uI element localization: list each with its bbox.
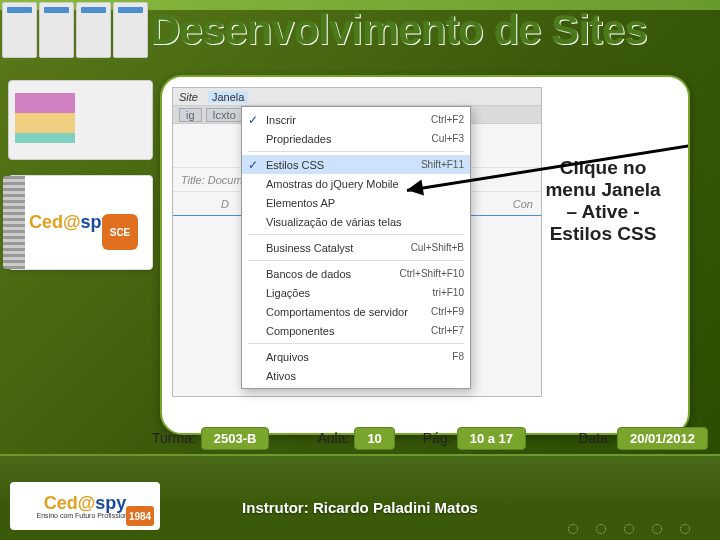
header-thumbnails <box>0 0 150 60</box>
mock-screenshot-a <box>8 80 153 160</box>
tab[interactable]: Icxto <box>206 108 243 122</box>
data-value: 20/01/2012 <box>617 427 708 450</box>
menu-item[interactable]: PropriedadesCul+F3 <box>242 129 470 148</box>
menu-item[interactable]: Comportamentos de servidorCtrl+F9 <box>242 302 470 321</box>
instruction-callout: Clique no menu Janela – Ative - Estilos … <box>538 157 668 244</box>
metadata-row: Turma: 2503-B Aula: 10 Pág: 10 a 17 Data… <box>0 422 720 454</box>
menu-item[interactable]: Ligaçõestri+F10 <box>242 283 470 302</box>
menu-item[interactable]: Ativos <box>242 366 470 385</box>
menu-item-label: Ativos <box>266 370 296 382</box>
menu-item[interactable]: ComponentesCtrl+F7 <box>242 321 470 340</box>
menu-item-shortcut: Cul+Shift+B <box>411 242 464 253</box>
page-title: Desenvolvimento de Sites <box>150 6 710 54</box>
menu-item[interactable]: Visualização de várias telas <box>242 212 470 231</box>
menu-item-label: Visualização de várias telas <box>266 216 402 228</box>
instructor-line: Instrutor: Ricardo Paladini Matos <box>0 499 720 516</box>
menu-item-label: Ligações <box>266 287 310 299</box>
mock-notebook-logo: Ced@spy SCE <box>8 175 153 270</box>
menu-item-label: Componentes <box>266 325 335 337</box>
brand-logo: Ced@spy <box>29 212 112 233</box>
menu-janela[interactable]: Janela <box>208 91 248 103</box>
aula-value: 10 <box>354 427 394 450</box>
pag-label: Pág: <box>423 430 452 446</box>
thumb <box>76 2 111 58</box>
menu-item[interactable]: Business CatalystCul+Shift+B <box>242 238 470 257</box>
menu-item-label: Arquivos <box>266 351 309 363</box>
pag-value: 10 a 17 <box>457 427 526 450</box>
sidebar-images: Ced@spy SCE <box>8 80 153 270</box>
content-card: Site Janela ig Icxto Favor Title: Docume… <box>160 75 690 435</box>
menu-item-shortcut: tri+F10 <box>433 287 464 298</box>
menu-item-label: Amostras do jQuery Mobile <box>266 178 399 190</box>
menu-item-label: Comportamentos de servidor <box>266 306 408 318</box>
menu-item[interactable]: Elementos AP <box>242 193 470 212</box>
thumb <box>113 2 148 58</box>
thumb <box>2 2 37 58</box>
menu-item-shortcut: Ctrl+F9 <box>431 306 464 317</box>
app-menubar: Site Janela <box>173 88 541 106</box>
janela-dropdown-menu[interactable]: ✓InscrirCtrl+F2PropriedadesCul+F3✓Estilo… <box>241 106 471 389</box>
menu-item[interactable]: ArquivosF8 <box>242 347 470 366</box>
menu-item-label: Business Catalyst <box>266 242 353 254</box>
menu-item-shortcut: F8 <box>452 351 464 362</box>
menu-item-shortcut: Cul+F3 <box>431 133 464 144</box>
menu-item-label: Bancos de dados <box>266 268 351 280</box>
turma-value: 2503-B <box>201 427 270 450</box>
data-label: Data: <box>578 430 611 446</box>
sce-badge: SCE <box>102 214 138 250</box>
menu-item-shortcut: Shift+F11 <box>421 159 464 170</box>
menu-item-label: Propriedades <box>266 133 331 145</box>
menu-item-label: Inscrir <box>266 114 296 126</box>
aula-label: Aula: <box>317 430 349 446</box>
menu-item-shortcut: Ctrl+F2 <box>431 114 464 125</box>
menu-site[interactable]: Site <box>179 91 198 103</box>
footer-dots <box>568 524 690 534</box>
menu-item-shortcut: Ctrl+Shift+F10 <box>400 268 464 279</box>
footer: Turma: 2503-B Aula: 10 Pág: 10 a 17 Data… <box>0 454 720 540</box>
menu-item-label: Elementos AP <box>266 197 335 209</box>
check-icon: ✓ <box>248 158 258 172</box>
turma-label: Turma: <box>152 430 196 446</box>
menu-item-label: Estilos CSS <box>266 159 324 171</box>
menu-item[interactable]: ✓InscrirCtrl+F2 <box>242 110 470 129</box>
tab[interactable]: ig <box>179 108 202 122</box>
thumb <box>39 2 74 58</box>
menu-item-shortcut: Ctrl+F7 <box>431 325 464 336</box>
check-icon: ✓ <box>248 113 258 127</box>
menu-item[interactable]: ✓Estilos CSSShift+F11 <box>242 155 470 174</box>
dreamweaver-window: Site Janela ig Icxto Favor Title: Docume… <box>172 87 542 397</box>
menu-item[interactable]: Bancos de dadosCtrl+Shift+F10 <box>242 264 470 283</box>
